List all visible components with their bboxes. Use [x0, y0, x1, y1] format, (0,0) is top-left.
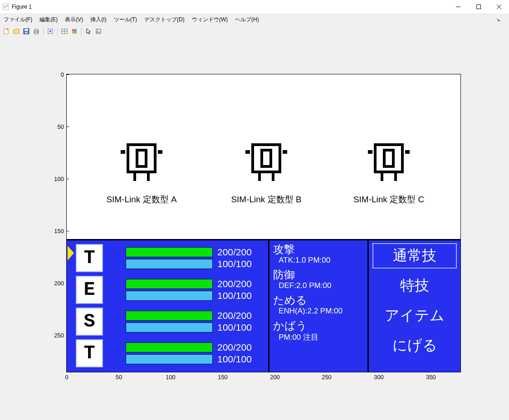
skill-item[interactable]: 防御 DEF:2.0 PM:00: [273, 268, 364, 290]
party-member-3[interactable]: S 200/200 100/100: [71, 307, 265, 337]
command-normal[interactable]: 通常技: [372, 243, 457, 269]
svg-rect-10: [25, 32, 28, 34]
menu-tool[interactable]: ツール(T): [114, 16, 137, 24]
skill-name: ためる: [273, 293, 364, 308]
party-member-2[interactable]: E 200/200 100/100: [71, 275, 265, 305]
window-titlebar: Figure 1: [0, 0, 509, 14]
svg-rect-28: [137, 150, 146, 166]
grid-icon[interactable]: [60, 27, 69, 36]
svg-line-3: [497, 5, 501, 9]
command-item[interactable]: アイテム: [372, 303, 457, 328]
colormap-icon[interactable]: [70, 27, 79, 36]
svg-rect-19: [72, 29, 74, 31]
party-portrait: T: [76, 244, 103, 272]
mp-value: 100/100: [217, 290, 252, 301]
x-tick-label: 350: [426, 374, 436, 381]
svg-rect-22: [74, 31, 77, 34]
y-tick-label: 250: [46, 332, 67, 339]
svg-rect-37: [245, 150, 250, 154]
mp-value: 100/100: [217, 322, 252, 333]
mp-bar: [126, 259, 213, 269]
new-file-icon[interactable]: [2, 27, 11, 36]
svg-rect-9: [24, 29, 28, 31]
mp-value: 100/100: [217, 259, 252, 269]
pointer-icon[interactable]: [84, 27, 93, 36]
skill-name: かばう: [273, 318, 364, 333]
svg-rect-2: [476, 5, 480, 9]
mp-bar: [126, 291, 213, 301]
selection-cursor-icon: [68, 246, 74, 260]
menubar: ファイル(F) 編集(E) 表示(V) 挿入(I) ツール(T) デスクトップ(…: [0, 14, 509, 25]
svg-rect-44: [405, 150, 410, 154]
svg-rect-38: [283, 150, 287, 154]
menu-edit[interactable]: 編集(E): [39, 16, 58, 24]
skill-item[interactable]: ためる ENH(A):2.2 PM:00: [273, 293, 364, 316]
svg-line-4: [497, 5, 501, 9]
enemy-c[interactable]: SIM-Link 定数型 C: [339, 140, 439, 205]
menu-overflow-icon[interactable]: ↘: [496, 17, 500, 22]
party-member-1[interactable]: T 200/200 100/100: [71, 243, 265, 273]
menu-insert[interactable]: 挿入(I): [90, 16, 106, 24]
svg-rect-21: [72, 31, 74, 34]
skill-info: ATK:1.0 PM:00: [279, 256, 364, 265]
skill-name: 攻撃: [273, 242, 364, 257]
save-file-icon[interactable]: [22, 27, 31, 36]
svg-rect-12: [35, 29, 38, 31]
menu-help[interactable]: ヘルプ(H): [235, 16, 259, 24]
y-tick-label: 100: [46, 176, 67, 182]
svg-rect-34: [262, 150, 271, 166]
party-portrait: E: [76, 276, 103, 304]
x-tick-label: 0: [65, 374, 68, 381]
hp-value: 200/200: [217, 310, 252, 321]
skills-panel: 攻撃 ATK:1.0 PM:00 防御 DEF:2.0 PM:00 ためる EN…: [269, 240, 369, 372]
toolbar: [0, 25, 509, 38]
enemy-sprite-icon: [362, 140, 416, 190]
party-panel: T 200/200 100/100 E 200/200 100/100 S: [67, 240, 269, 372]
party-member-4[interactable]: T 200/200 100/100: [71, 338, 265, 368]
enemy-label: SIM-Link 定数型 A: [92, 194, 191, 205]
open-file-icon[interactable]: [12, 27, 21, 36]
print-icon[interactable]: [32, 27, 41, 36]
hp-value: 200/200: [217, 342, 252, 353]
svg-marker-7: [14, 29, 19, 34]
menu-desktop[interactable]: デスクトップ(D): [144, 16, 185, 24]
y-tick-label: 150: [46, 228, 67, 234]
hp-bar: [126, 311, 213, 321]
window-title: Figure 1: [12, 4, 32, 10]
skill-info: ENH(A):2.2 PM:00: [279, 307, 364, 316]
x-tick-label: 50: [116, 374, 122, 381]
enemy-a[interactable]: SIM-Link 定数型 A: [92, 140, 191, 205]
menu-view[interactable]: 表示(V): [65, 16, 83, 24]
svg-rect-32: [158, 150, 162, 154]
svg-rect-40: [384, 150, 393, 166]
hp-bar: [126, 247, 213, 257]
svg-rect-15: [49, 30, 51, 32]
svg-rect-20: [74, 29, 77, 31]
hp-bar: [126, 279, 213, 289]
hp-bar: [126, 342, 213, 352]
enemy-sprite-icon: [239, 140, 294, 190]
enemy-sprite-icon: [114, 140, 169, 190]
party-portrait: T: [76, 339, 103, 367]
axes-icon[interactable]: [94, 27, 103, 36]
close-button[interactable]: [489, 0, 509, 14]
menu-file[interactable]: ファイル(F): [4, 16, 32, 24]
party-portrait: S: [76, 308, 103, 336]
hp-value: 200/200: [217, 278, 252, 289]
maximize-button[interactable]: [468, 0, 489, 14]
menu-window[interactable]: ウィンドウ(W): [192, 16, 228, 24]
svg-rect-31: [121, 150, 125, 154]
x-tick-label: 150: [218, 374, 228, 381]
enemy-b[interactable]: SIM-Link 定数型 B: [216, 140, 316, 205]
skill-item[interactable]: 攻撃 ATK:1.0 PM:00: [273, 242, 364, 265]
x-tick-label: 300: [374, 374, 384, 381]
enemy-label: SIM-Link 定数型 B: [216, 194, 316, 205]
link-icon[interactable]: [46, 27, 55, 36]
skill-item[interactable]: かばう PM:00 注目: [273, 318, 364, 342]
minimize-button[interactable]: [448, 0, 468, 14]
svg-rect-24: [96, 29, 101, 34]
y-tick-label: 0: [46, 71, 67, 78]
command-flee[interactable]: にげる: [372, 333, 457, 358]
mp-value: 100/100: [217, 354, 252, 365]
command-special[interactable]: 特技: [372, 273, 457, 298]
